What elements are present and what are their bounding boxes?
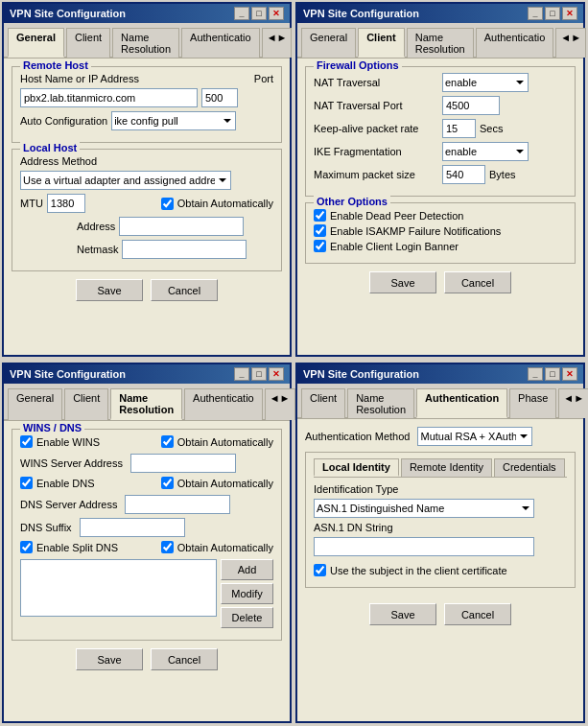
auto-config-row: Auto Configuration ike config pull xyxy=(20,111,273,130)
enable-dns-checkbox[interactable] xyxy=(20,477,33,489)
host-input[interactable] xyxy=(20,88,198,107)
ike-frag-select[interactable]: enable xyxy=(442,142,529,161)
modify-button[interactable]: Modify xyxy=(221,583,273,604)
tab-name-res-bl[interactable]: Name Resolution xyxy=(110,388,182,420)
dns-row: Enable DNS Obtain Automatically xyxy=(20,477,273,492)
tab-arrow-bl[interactable]: ◄► xyxy=(265,388,295,420)
enable-split-checkbox[interactable] xyxy=(20,541,33,553)
dns-suffix-row: DNS Suffix xyxy=(20,518,273,537)
enable-wins-checkbox[interactable] xyxy=(20,435,33,448)
minimize-button-tr[interactable]: _ xyxy=(528,7,543,20)
delete-button[interactable]: Delete xyxy=(221,607,273,628)
save-button-top-left[interactable]: Save xyxy=(76,279,143,301)
close-button-tr[interactable]: ✕ xyxy=(562,7,577,20)
tab-auth-br[interactable]: Authentication xyxy=(416,388,507,418)
id-type-select[interactable]: ASN.1 Distinguished Name xyxy=(314,499,534,518)
address-input[interactable] xyxy=(119,217,244,236)
tab-auth[interactable]: Authenticatio xyxy=(181,28,260,58)
tab-arrow[interactable]: ◄► xyxy=(262,28,293,58)
cancel-button-top-left[interactable]: Cancel xyxy=(151,279,218,301)
cancel-button-top-right[interactable]: Cancel xyxy=(444,271,511,293)
max-packet-input[interactable] xyxy=(442,165,485,184)
obtain-auto-checkbox[interactable] xyxy=(161,198,174,210)
use-subject-checkbox[interactable] xyxy=(314,564,326,576)
close-button-br[interactable]: ✕ xyxy=(562,367,577,381)
enable-split-row: Enable Split DNS xyxy=(20,541,118,553)
tab-client-tr[interactable]: Client xyxy=(358,28,405,58)
minimize-button[interactable]: _ xyxy=(234,7,249,20)
cancel-button-bottom-right[interactable]: Cancel xyxy=(444,603,511,625)
tab-name-resolution[interactable]: Name Resolution xyxy=(112,28,179,58)
mtu-row: MTU Obtain Automatically xyxy=(20,194,273,213)
close-button-bl[interactable]: ✕ xyxy=(269,367,284,381)
tab-general-bl[interactable]: General xyxy=(8,388,62,420)
mtu-input[interactable] xyxy=(47,194,85,213)
tab-general-tr[interactable]: General xyxy=(301,28,356,58)
dns-obtain-checkbox[interactable] xyxy=(161,477,174,489)
netmask-input[interactable] xyxy=(122,240,247,259)
inner-tab-credentials[interactable]: Credentials xyxy=(494,458,565,477)
enable-dns-row: Enable DNS xyxy=(20,477,95,489)
auto-config-select[interactable]: ike config pull xyxy=(111,111,236,130)
tab-client-br[interactable]: Client xyxy=(301,388,345,418)
wins-server-input[interactable] xyxy=(130,454,236,473)
keepalive-input[interactable] xyxy=(442,119,476,138)
title-bar-buttons: _ □ ✕ xyxy=(234,7,284,20)
address-method-select[interactable]: Use a virtual adapter and assigned addre… xyxy=(20,171,231,190)
dn-string-input[interactable] xyxy=(314,537,534,556)
nat-port-label: NAT Traversal Port xyxy=(314,100,438,111)
tab-name-res-br[interactable]: Name Resolution xyxy=(347,388,414,418)
auth-method-select[interactable]: Mutual RSA + XAuth xyxy=(417,427,532,446)
client-login-checkbox[interactable] xyxy=(314,240,326,252)
split-obtain-checkbox[interactable] xyxy=(161,541,174,553)
maximize-button[interactable]: □ xyxy=(251,7,267,20)
minimize-button-br[interactable]: _ xyxy=(528,367,543,381)
wins-obtain-checkbox[interactable] xyxy=(161,435,174,448)
split-obtain-row: Obtain Automatically xyxy=(161,541,273,553)
title-bar-buttons-br: _ □ ✕ xyxy=(528,367,577,381)
content-top-right: Firewall Options NAT Traversal enable NA… xyxy=(297,59,583,301)
isakmp-checkbox[interactable] xyxy=(314,224,326,237)
maximize-button-br[interactable]: □ xyxy=(545,367,560,381)
tab-arrow-br[interactable]: ◄► xyxy=(558,388,588,418)
wins-row: Enable WINS Obtain Automatically xyxy=(20,435,273,451)
tab-auth-bl[interactable]: Authenticatio xyxy=(184,388,263,420)
close-button[interactable]: ✕ xyxy=(269,7,284,20)
add-button[interactable]: Add xyxy=(221,559,273,580)
dns-suffix-label: DNS Suffix xyxy=(20,522,72,533)
tab-arrow-tr[interactable]: ◄► xyxy=(555,28,586,58)
save-button-top-right[interactable]: Save xyxy=(369,271,436,293)
nat-port-input[interactable] xyxy=(442,96,500,115)
ike-frag-label: IKE Fragmentation xyxy=(314,146,438,157)
other-options-group: Other Options Enable Dead Peer Detection… xyxy=(305,202,576,264)
buttons-top-right: Save Cancel xyxy=(305,271,576,293)
tab-bar-top-left: General Client Name Resolution Authentic… xyxy=(4,23,290,59)
save-button-bottom-right[interactable]: Save xyxy=(369,603,436,625)
window-top-left: VPN Site Configuration _ □ ✕ General Cli… xyxy=(2,2,292,357)
inner-tab-local[interactable]: Local Identity xyxy=(314,458,399,477)
nat-traversal-select[interactable]: enable xyxy=(442,73,529,92)
maximize-button-bl[interactable]: □ xyxy=(251,367,267,381)
maximize-button-tr[interactable]: □ xyxy=(545,7,560,20)
inner-tab-remote[interactable]: Remote Identity xyxy=(401,458,492,477)
minimize-button-bl[interactable]: _ xyxy=(234,367,249,381)
obtain-auto-label: Obtain Automatically xyxy=(177,198,273,209)
tab-auth-tr[interactable]: Authenticatio xyxy=(476,28,554,58)
tab-name-resolution-tr[interactable]: Name Resolution xyxy=(407,28,474,58)
save-button-bottom-left[interactable]: Save xyxy=(76,648,143,670)
dns-server-input[interactable] xyxy=(125,495,230,514)
tab-client-bl[interactable]: Client xyxy=(64,388,108,420)
window-title-top-left: VPN Site Configuration xyxy=(10,8,126,19)
cancel-button-bottom-left[interactable]: Cancel xyxy=(151,648,218,670)
address-row: Address xyxy=(20,217,273,236)
port-input[interactable] xyxy=(201,88,238,107)
tab-general[interactable]: General xyxy=(8,28,64,58)
dn-string-row: ASN.1 DN String xyxy=(314,522,567,533)
tab-client[interactable]: Client xyxy=(66,28,110,58)
wins-dns-label: WINS / DNS xyxy=(20,422,84,433)
split-dns-listbox[interactable] xyxy=(20,559,217,617)
tab-phase-br[interactable]: Phase xyxy=(509,388,556,418)
dead-peer-checkbox[interactable] xyxy=(314,209,326,222)
client-login-row: Enable Client Login Banner xyxy=(314,240,567,252)
dns-suffix-input[interactable] xyxy=(80,518,185,537)
